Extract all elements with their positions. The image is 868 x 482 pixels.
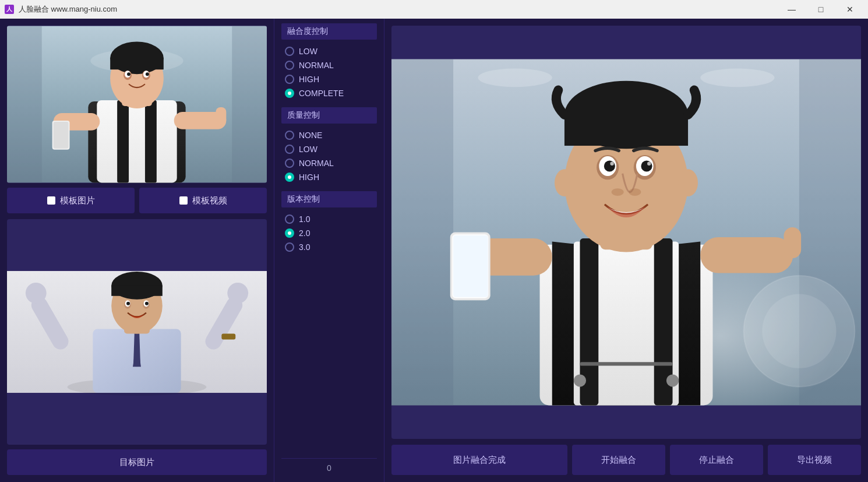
- result-controls: 图片融合完成 开始融合 停止融合 导出视频: [391, 445, 861, 475]
- stop-fusion-button[interactable]: 停止融合: [670, 445, 763, 475]
- target-image-svg: [7, 219, 267, 445]
- maximize-button[interactable]: □: [807, 0, 834, 19]
- quality-control-title: 质量控制: [281, 107, 377, 124]
- svg-rect-6: [117, 100, 129, 182]
- svg-rect-57: [580, 362, 672, 365]
- svg-point-77: [612, 188, 624, 196]
- quality-none-option[interactable]: NONE: [281, 128, 377, 142]
- svg-rect-62: [453, 235, 488, 297]
- version-2-option[interactable]: 2.0: [281, 226, 377, 240]
- template-video-icon: [179, 196, 188, 205]
- fusion-high-option[interactable]: HIGH: [281, 72, 377, 86]
- svg-rect-5: [97, 100, 177, 182]
- template-image-icon: [47, 196, 55, 205]
- template-image-preview: [7, 26, 267, 183]
- svg-rect-45: [391, 59, 453, 406]
- svg-rect-64: [784, 227, 801, 258]
- close-button[interactable]: ✕: [837, 0, 863, 19]
- quality-control-group: 质量控制 NONE LOW NORMAL HIGH: [281, 107, 377, 184]
- svg-point-47: [478, 68, 552, 87]
- app-title: 人脸融合 www.mang-niu.com: [19, 4, 117, 15]
- svg-rect-20: [54, 122, 69, 149]
- right-panel: 图片融合完成 开始融合 停止融合 导出视频: [384, 19, 868, 482]
- svg-point-76: [647, 162, 651, 166]
- svg-point-79: [555, 169, 574, 196]
- quality-none-radio: [285, 131, 294, 140]
- minimize-button[interactable]: —: [778, 0, 805, 19]
- status-text: 图片融合完成: [453, 455, 506, 466]
- version-control-title: 版本控制: [281, 191, 377, 207]
- fusion-complete-option[interactable]: COMPLETE: [281, 86, 377, 100]
- progress-value: 0: [327, 463, 331, 473]
- version-3-option[interactable]: 3.0: [281, 240, 377, 254]
- start-fusion-button[interactable]: 开始融合: [572, 445, 665, 475]
- template-buttons: 模板图片 模板视频: [7, 188, 267, 213]
- quality-high-option[interactable]: HIGH: [281, 170, 377, 184]
- svg-point-50: [762, 294, 836, 368]
- svg-point-73: [604, 160, 615, 171]
- template-video-button[interactable]: 模板视频: [139, 188, 267, 213]
- fusion-low-option[interactable]: LOW: [281, 44, 377, 58]
- result-image-svg: [391, 26, 861, 439]
- svg-point-31: [227, 283, 248, 304]
- fusion-normal-radio: [285, 61, 294, 70]
- app-icon: 人: [5, 5, 14, 14]
- svg-point-48: [700, 68, 774, 87]
- quality-high-radio: [285, 173, 294, 182]
- svg-rect-2: [232, 26, 267, 183]
- svg-point-42: [145, 302, 149, 305]
- svg-point-55: [574, 374, 586, 386]
- version-control-group: 版本控制 1.0 2.0 3.0: [281, 191, 377, 254]
- fusion-low-radio: [285, 47, 294, 56]
- quality-normal-option[interactable]: NORMAL: [281, 156, 377, 170]
- svg-rect-36: [111, 286, 163, 296]
- quality-low-radio: [285, 145, 294, 154]
- progress-area: 0: [281, 458, 377, 477]
- svg-rect-32: [221, 333, 235, 339]
- fusion-normal-option[interactable]: NORMAL: [281, 58, 377, 72]
- version-3-radio: [285, 242, 294, 252]
- status-box: 图片融合完成: [391, 445, 567, 475]
- svg-rect-11: [110, 58, 164, 69]
- fusion-complete-radio: [285, 89, 294, 98]
- svg-point-17: [146, 72, 149, 76]
- template-image-svg: [7, 26, 267, 183]
- app-body: 模板图片 模板视频: [0, 19, 868, 482]
- template-image-button[interactable]: 模板图片: [7, 188, 135, 213]
- svg-point-74: [641, 160, 652, 171]
- svg-point-78: [629, 188, 641, 196]
- fusion-control-title: 融合度控制: [281, 23, 377, 40]
- svg-point-16: [127, 72, 130, 76]
- middle-panel: 融合度控制 LOW NORMAL HIGH COMPLETE 质量控制: [274, 19, 384, 482]
- version-2-radio: [285, 228, 294, 238]
- version-1-option[interactable]: 1.0: [281, 212, 377, 226]
- version-1-radio: [285, 214, 294, 224]
- svg-point-75: [610, 162, 613, 166]
- quality-normal-radio: [285, 159, 294, 168]
- fusion-high-radio: [285, 75, 294, 84]
- title-bar: 人 人脸融合 www.mang-niu.com — □ ✕: [0, 0, 868, 19]
- svg-rect-1: [7, 26, 42, 183]
- window-controls: — □ ✕: [778, 0, 863, 19]
- fusion-control-group: 融合度控制 LOW NORMAL HIGH COMPLETE: [281, 23, 377, 100]
- svg-point-41: [126, 302, 130, 305]
- svg-rect-68: [564, 115, 688, 146]
- quality-low-option[interactable]: LOW: [281, 142, 377, 156]
- svg-rect-7: [145, 100, 157, 182]
- svg-point-56: [666, 374, 679, 386]
- target-section: 目标图片: [7, 219, 267, 475]
- title-bar-left: 人 人脸融合 www.mang-niu.com: [5, 4, 117, 15]
- svg-point-29: [26, 283, 47, 304]
- export-video-button[interactable]: 导出视频: [768, 445, 861, 475]
- target-image-preview: [7, 219, 267, 445]
- template-section: 模板图片 模板视频: [7, 26, 267, 213]
- svg-rect-63: [700, 237, 793, 273]
- svg-point-80: [678, 169, 698, 196]
- left-panel: 模板图片 模板视频: [0, 19, 274, 482]
- result-image-area: [391, 26, 861, 439]
- svg-rect-22: [216, 107, 226, 125]
- target-image-button[interactable]: 目标图片: [7, 449, 267, 475]
